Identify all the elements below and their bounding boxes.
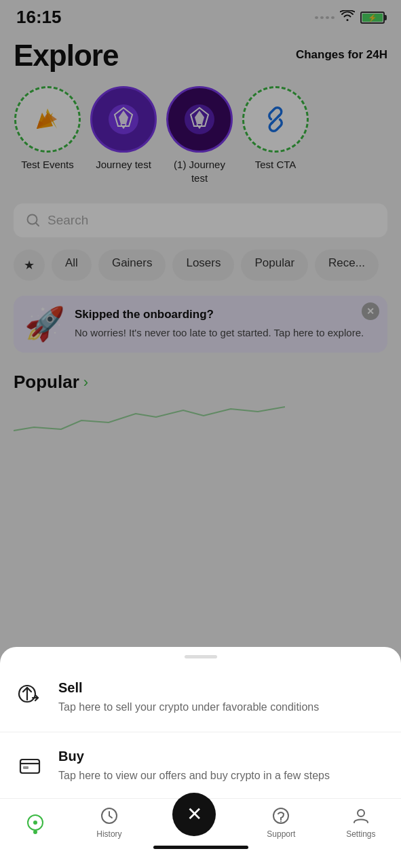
watchlist-item-journey-test-2[interactable]: (1) Journeytest <box>166 86 233 184</box>
wifi-icon <box>340 10 355 24</box>
sheet-sell-title: Sell <box>58 680 319 696</box>
svg-rect-4 <box>20 760 39 773</box>
nav-center-action[interactable]: ✕ <box>172 809 216 836</box>
sheet-buy-desc: Tap here to view our offers and buy cryp… <box>58 768 330 783</box>
nav-item-explore[interactable] <box>25 812 45 833</box>
watchlist-label-journey-1: Journey test <box>96 158 151 172</box>
watchlist-row: Test Events Journey test <box>14 86 387 184</box>
popular-header: Popular › <box>14 372 387 393</box>
watchlist-item-test-cta[interactable]: Test CTA <box>242 86 309 184</box>
svg-point-11 <box>358 810 364 816</box>
chat-icon <box>271 806 291 826</box>
watchlist-icon-test-events <box>20 92 75 147</box>
nav-label-settings: Settings <box>346 829 375 839</box>
onboarding-banner[interactable]: 🚀 Skipped the onboarding? No worries! It… <box>14 296 387 353</box>
svg-rect-5 <box>23 766 28 769</box>
filter-tab-recent[interactable]: Rece... <box>315 250 379 281</box>
watchlist-circle-test-cta <box>242 86 309 153</box>
sheet-buy-title: Buy <box>58 749 330 764</box>
search-placeholder: Search <box>47 213 88 228</box>
popular-title: Popular <box>14 372 79 393</box>
search-icon <box>26 213 41 228</box>
popular-arrow[interactable]: › <box>83 374 88 391</box>
nav-item-settings[interactable]: Settings <box>346 806 375 839</box>
watchlist-item-journey-test-1[interactable]: Journey test <box>90 86 157 184</box>
filter-tab-all[interactable]: All <box>52 250 92 281</box>
filter-tab-gainers[interactable]: Gainers <box>98 250 166 281</box>
nav-label-support: Support <box>267 829 295 839</box>
home-indicator <box>153 846 248 849</box>
banner-emoji: 🚀 <box>24 308 65 340</box>
sheet-handle <box>185 655 217 658</box>
main-content: Explore Changes for 24H <box>0 32 401 444</box>
person-icon <box>351 806 371 826</box>
sheet-item-buy[interactable]: Buy Tap here to view our offers and buy … <box>0 732 401 800</box>
compass-icon <box>25 812 45 833</box>
filter-tab-popular[interactable]: Popular <box>241 250 308 281</box>
nav-items: History ✕ Support <box>0 806 401 839</box>
changes-label: Changes for 24H <box>296 48 387 62</box>
watchlist-icon-journey-1 <box>96 92 151 147</box>
sheet-sell-desc: Tap here to sell your crypto under favor… <box>58 699 319 715</box>
sheet-buy-text: Buy Tap here to view our offers and buy … <box>58 749 330 783</box>
close-button[interactable]: ✕ <box>172 793 216 836</box>
bottom-nav: History ✕ Support <box>0 798 401 868</box>
battery-icon: ⚡ <box>360 12 385 24</box>
watchlist-circle-journey-2 <box>166 86 233 153</box>
watchlist-label-test-cta: Test CTA <box>255 158 297 172</box>
nav-item-support[interactable]: Support <box>267 806 295 839</box>
svg-point-7 <box>33 821 37 825</box>
svg-point-10 <box>280 821 282 823</box>
status-time: 16:15 <box>16 7 62 28</box>
filter-tabs: ★ All Gainers Losers Popular Rece... <box>14 250 387 281</box>
nav-label-history: History <box>96 829 121 839</box>
header: Explore Changes for 24H <box>14 39 387 73</box>
signal-icon <box>315 16 335 19</box>
nav-item-history[interactable]: History <box>96 806 121 839</box>
status-icons: ⚡ <box>315 10 385 24</box>
search-bar[interactable]: Search <box>14 203 387 237</box>
watchlist-label-test-events: Test Events <box>21 158 74 172</box>
filter-tab-losers[interactable]: Losers <box>172 250 234 281</box>
status-bar: 16:15 ⚡ <box>0 0 401 32</box>
nav-active-dot <box>33 830 37 834</box>
sell-icon <box>15 682 45 711</box>
watchlist-circle-test-events <box>14 86 81 153</box>
watchlist-icon-test-cta <box>248 92 303 147</box>
page-title: Explore <box>14 39 118 73</box>
watchlist-circle-journey-1 <box>90 86 157 153</box>
buy-icon <box>15 750 45 780</box>
watchlist-icon-journey-2 <box>172 92 227 147</box>
sheet-item-sell[interactable]: Sell Tap here to sell your crypto under … <box>0 664 401 732</box>
watchlist-label-journey-2: (1) Journeytest <box>174 158 225 184</box>
sheet-sell-text: Sell Tap here to sell your crypto under … <box>58 680 319 715</box>
clock-icon <box>99 806 119 826</box>
filter-tab-star[interactable]: ★ <box>14 250 45 281</box>
banner-close-button[interactable]: ✕ <box>362 302 379 320</box>
watchlist-item-test-events[interactable]: Test Events <box>14 86 81 184</box>
banner-text: Skipped the onboarding? No worries! It's… <box>75 308 364 340</box>
banner-desc: No worries! It's never too late to get s… <box>75 326 364 340</box>
bottom-sheet: Sell Tap here to sell your crypto under … <box>0 647 401 868</box>
banner-title: Skipped the onboarding? <box>75 308 364 321</box>
